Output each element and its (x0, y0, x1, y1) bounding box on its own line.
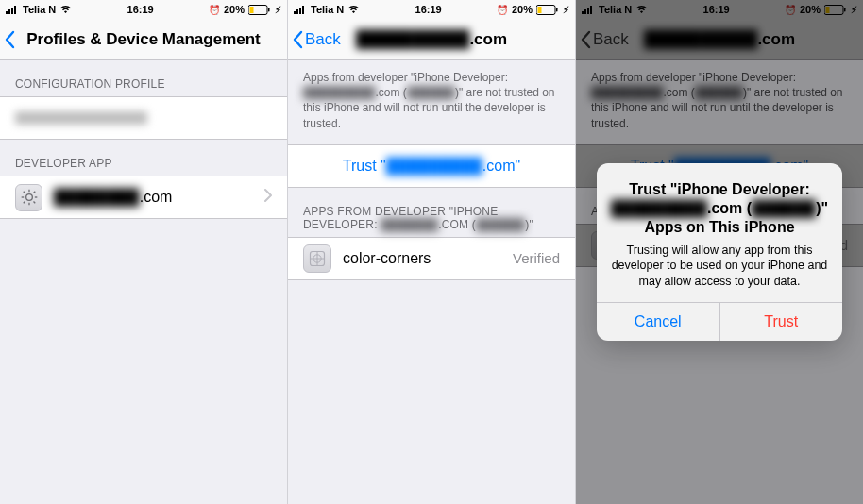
wifi-icon (347, 5, 360, 14)
svg-line-14 (23, 202, 25, 204)
clock-label: 16:19 (415, 4, 442, 15)
trust-developer-button[interactable]: Trust "█████████.com" (288, 145, 575, 187)
signal-icon (294, 5, 307, 14)
back-label: Back (305, 30, 341, 49)
svg-rect-17 (296, 9, 298, 14)
svg-rect-18 (299, 8, 301, 14)
svg-rect-16 (294, 11, 296, 14)
wifi-icon (59, 5, 72, 14)
carrier-label: Telia N (23, 4, 56, 15)
svg-rect-22 (556, 8, 558, 11)
nav-bar: Back ██████████.com (288, 19, 575, 60)
svg-point-7 (25, 194, 32, 201)
charging-icon: ⚡︎ (563, 5, 569, 15)
section-header-devapp: DEVELOPER APP (0, 140, 287, 176)
section-header-config: CONFIGURATION PROFILE (0, 60, 287, 96)
clock-label: 16:19 (127, 4, 154, 15)
svg-rect-2 (11, 8, 13, 14)
pane-profiles: Telia N 16:19 ⏰ 20% ⚡︎ Profiles & Device… (0, 0, 288, 504)
battery-icon (536, 5, 559, 15)
configuration-profile-cell[interactable] (0, 97, 287, 139)
svg-rect-19 (302, 6, 304, 14)
svg-rect-0 (6, 11, 8, 14)
battery-pct: 20% (224, 4, 245, 15)
trust-note: Apps from developer "iPhone Developer: █… (288, 60, 575, 144)
status-bar: Telia N 16:19 ⏰ 20% ⚡︎ (288, 0, 575, 19)
pane-developer-detail: Telia N 16:19 ⏰ 20% ⚡︎ Back ██████████.c… (288, 0, 576, 504)
developer-domain: ████████.com (54, 189, 172, 206)
alarm-icon: ⏰ (209, 5, 220, 15)
app-status: Verified (513, 250, 560, 266)
settings-app-icon (15, 184, 42, 211)
svg-line-13 (33, 202, 35, 204)
chevron-right-icon (264, 189, 272, 206)
alert-cancel-button[interactable]: Cancel (597, 303, 720, 341)
alert-message: Trusting will allow any app from this de… (610, 243, 829, 289)
app-name: color-corners (343, 250, 431, 267)
charging-icon: ⚡︎ (275, 5, 281, 15)
back-button[interactable]: Back (292, 30, 341, 49)
svg-line-15 (33, 192, 35, 193)
alarm-icon: ⏰ (497, 5, 508, 15)
modal-overlay: Trust "iPhone Developer: █████████.com (… (576, 0, 863, 504)
svg-rect-1 (8, 9, 10, 14)
app-placeholder-icon (303, 244, 331, 273)
svg-rect-3 (14, 6, 16, 14)
alert-trust-button[interactable]: Trust (720, 303, 843, 341)
battery-icon (248, 5, 271, 15)
pane-trust-dialog: Telia N 16:19 ⏰ 20% ⚡︎ Back ██████████.c (576, 0, 863, 504)
svg-rect-5 (250, 7, 254, 13)
status-bar: Telia N 16:19 ⏰ 20% ⚡︎ (0, 0, 287, 19)
developer-app-cell[interactable]: ████████.com (0, 176, 287, 218)
svg-rect-21 (538, 7, 542, 13)
nav-title: Profiles & Device Management (26, 30, 261, 49)
apps-from-developer-header: APPS FROM DEVELOPER "IPHONE DEVELOPER: █… (288, 188, 575, 237)
nav-title: ██████████.com (356, 30, 507, 49)
svg-line-12 (23, 192, 25, 193)
signal-icon (6, 5, 19, 14)
nav-bar: Profiles & Device Management (0, 19, 287, 60)
battery-pct: 20% (512, 4, 533, 15)
back-button[interactable] (4, 30, 17, 49)
alert-title: Trust "iPhone Developer: █████████.com (… (610, 180, 829, 237)
trust-alert: Trust "iPhone Developer: █████████.com (… (597, 163, 842, 341)
carrier-label: Telia N (311, 4, 344, 15)
svg-rect-6 (268, 8, 270, 11)
app-row[interactable]: color-corners Verified (288, 238, 575, 279)
profile-name-blurred (15, 111, 147, 125)
